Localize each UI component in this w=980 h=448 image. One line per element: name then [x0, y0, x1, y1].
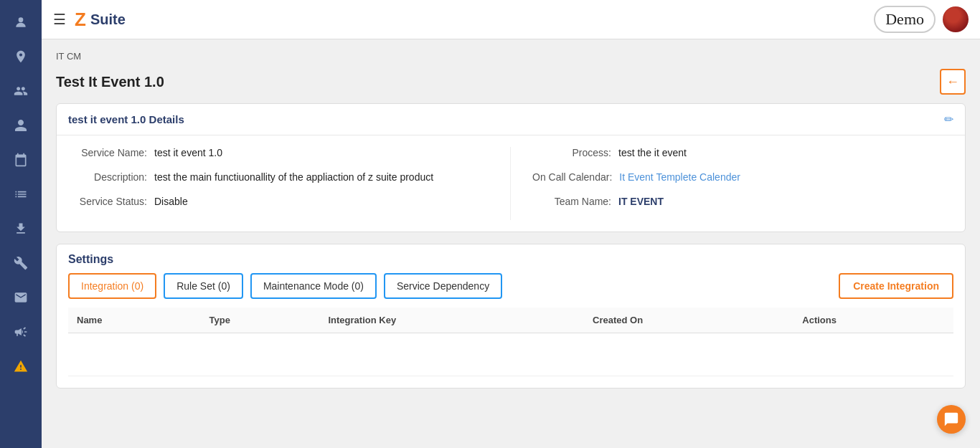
hamburger-icon[interactable]: ☰ — [53, 11, 66, 28]
team-name-label: Team Name: — [532, 196, 618, 207]
avatar[interactable] — [943, 6, 969, 32]
description-row: Description: test the main functiuonalli… — [68, 171, 496, 183]
on-call-calendar-label: On Call Calendar: — [532, 171, 619, 183]
rule-set-tab[interactable]: Rule Set (0) — [164, 273, 243, 299]
topnav-right: Demo — [874, 6, 969, 33]
breadcrumb: IT CM — [56, 51, 966, 62]
card-header-title: test it event 1.0 Details — [68, 113, 184, 125]
demo-badge: Demo — [874, 6, 936, 33]
on-call-calendar-value[interactable]: It Event Templete Calender — [619, 171, 740, 183]
process-label: Process: — [532, 147, 618, 158]
sidebar-item-team[interactable] — [6, 76, 36, 106]
service-name-value: test it event 1.0 — [154, 147, 222, 158]
service-status-label: Service Status: — [68, 196, 154, 207]
table-empty-row — [68, 333, 953, 376]
details-card: test it event 1.0 Details ✏ Service Name… — [56, 103, 966, 232]
service-status-value: Disable — [154, 196, 188, 207]
page-title: Test It Event 1.0 — [56, 74, 164, 90]
col-type: Type — [201, 308, 320, 333]
topnav: ☰ Z Suite Demo — [42, 0, 980, 39]
table-header-row: Name Type Integration Key Created On Act… — [68, 308, 953, 333]
table-header: Name Type Integration Key Created On Act… — [68, 308, 953, 333]
sidebar-item-face[interactable] — [6, 7, 36, 37]
create-integration-button[interactable]: Create Integration — [839, 273, 953, 299]
settings-title: Settings — [57, 244, 965, 273]
edit-icon[interactable]: ✏ — [944, 113, 953, 126]
page-title-bar: Test It Event 1.0 ← — [56, 69, 966, 95]
sidebar-item-users[interactable] — [6, 110, 36, 140]
col-actions: Actions — [793, 308, 953, 333]
brand: Z Suite — [75, 9, 126, 31]
sidebar-item-location[interactable] — [6, 42, 36, 72]
service-name-row: Service Name: test it event 1.0 — [68, 147, 496, 158]
settings-card: Settings Integration (0) Rule Set (0) Ma… — [56, 244, 966, 389]
details-left: Service Name: test it event 1.0 Descript… — [68, 147, 511, 220]
on-call-calendar-row: On Call Calendar: It Event Templete Cale… — [532, 171, 953, 183]
integrations-table: Name Type Integration Key Created On Act… — [68, 308, 953, 376]
details-grid: Service Name: test it event 1.0 Descript… — [57, 135, 965, 232]
sidebar-item-mail[interactable] — [6, 282, 36, 313]
tabs-row: Integration (0) Rule Set (0) Maintenance… — [57, 273, 965, 308]
table-body — [68, 333, 953, 376]
team-name-value: IT EVENT — [618, 196, 664, 207]
process-row: Process: test the it event — [532, 147, 953, 158]
description-label: Description: — [68, 171, 154, 183]
service-dependency-tab[interactable]: Service Dependency — [384, 273, 502, 299]
col-name: Name — [68, 308, 201, 333]
process-value: test the it event — [618, 147, 687, 158]
team-name-row: Team Name: IT EVENT — [532, 196, 953, 207]
svg-point-0 — [19, 17, 24, 22]
sidebar — [0, 0, 42, 448]
sidebar-item-tool[interactable] — [6, 248, 36, 278]
details-right: Process: test the it event On Call Calen… — [511, 147, 953, 220]
description-value: test the main functiuonallity of the app… — [154, 171, 433, 183]
brand-z: Z — [75, 9, 86, 31]
col-created-on: Created On — [584, 308, 793, 333]
sidebar-item-warning[interactable] — [6, 351, 36, 381]
content-area: IT CM Test It Event 1.0 ← test it event … — [42, 39, 980, 448]
main-wrapper: ☰ Z Suite Demo IT CM Test It Event 1.0 ←… — [42, 0, 980, 448]
sidebar-item-announce[interactable] — [6, 317, 36, 347]
service-status-row: Service Status: Disable — [68, 196, 496, 207]
integration-tab[interactable]: Integration (0) — [68, 273, 156, 299]
sidebar-item-calendar[interactable] — [6, 145, 36, 175]
brand-name: Suite — [90, 11, 126, 28]
back-button[interactable]: ← — [940, 69, 966, 95]
sidebar-item-download[interactable] — [6, 214, 36, 244]
col-integration-key: Integration Key — [319, 308, 584, 333]
chat-button[interactable] — [937, 405, 966, 434]
table-container: Name Type Integration Key Created On Act… — [57, 308, 965, 388]
service-name-label: Service Name: — [68, 147, 154, 158]
card-header: test it event 1.0 Details ✏ — [57, 104, 965, 135]
sidebar-item-list[interactable] — [6, 179, 36, 209]
maintenance-mode-tab[interactable]: Maintenance Mode (0) — [250, 273, 377, 299]
